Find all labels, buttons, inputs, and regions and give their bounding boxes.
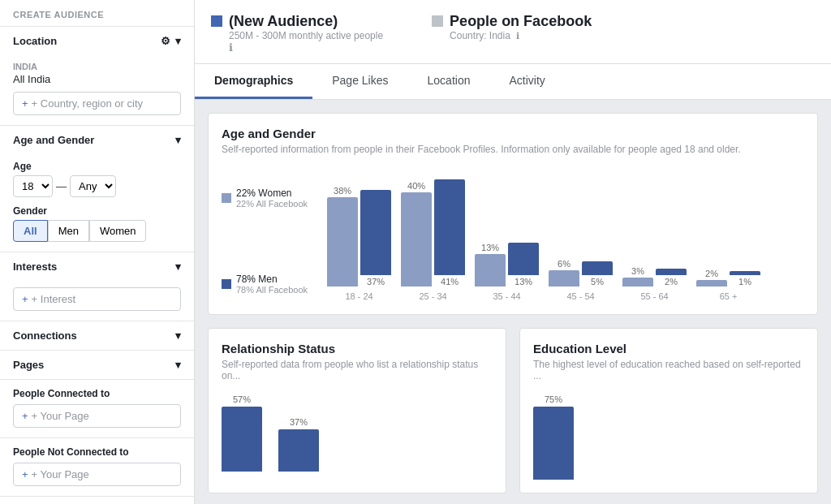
men-pct xyxy=(449,168,451,178)
bars-pair: 3% 2% xyxy=(622,257,687,286)
women-bar xyxy=(401,192,432,286)
bar-group: 2% 1% 65 + xyxy=(696,260,760,301)
info-icon: ℹ xyxy=(229,41,233,54)
people-connected-section: People Connected to ++ Your Page xyxy=(0,379,194,437)
age-to-select[interactable]: Any xyxy=(70,175,116,197)
interests-content: ++ Interest xyxy=(0,281,194,321)
rel-bar-2: 37% xyxy=(278,417,319,472)
connections-label: Connections xyxy=(13,330,77,342)
men-bar xyxy=(360,190,391,275)
bars-pair: 40% 41% xyxy=(401,168,465,286)
tabs-bar: Demographics Page Likes Location Activit… xyxy=(195,64,831,100)
interest-placeholder: + Interest xyxy=(32,293,76,305)
interest-input[interactable]: ++ Interest xyxy=(13,287,181,311)
legend-men: 78% Men 78% All Facebook xyxy=(222,274,308,295)
pages-label: Pages xyxy=(13,359,44,371)
interests-header[interactable]: Interests ▾ xyxy=(0,252,194,281)
people-connected-input[interactable]: ++ Your Page xyxy=(13,404,181,428)
education-level-title: Education Level xyxy=(533,342,804,355)
gender-field-label: Gender xyxy=(13,205,181,217)
gender-men-button[interactable]: Men xyxy=(48,220,89,242)
men-bar xyxy=(434,179,465,275)
sidebar-title: CREATE AUDIENCE xyxy=(0,0,194,26)
tab-demographics[interactable]: Demographics xyxy=(195,64,312,99)
location-icons: ⚙ ▾ xyxy=(161,35,181,47)
legend-women-text: 22% Women 22% All Facebook xyxy=(236,187,308,209)
settings-icon: ⚙ xyxy=(161,35,170,47)
education-level-card: Education Level The highest level of edu… xyxy=(519,328,818,493)
tab-activity[interactable]: Activity xyxy=(489,64,564,99)
age-dash: — xyxy=(56,180,67,192)
gender-all-button[interactable]: All xyxy=(13,220,48,242)
sidebar-section-interests: Interests ▾ ++ Interest xyxy=(0,252,194,321)
gender-women-button[interactable]: Women xyxy=(89,220,147,242)
bar-group: 13% 13% 35 - 44 xyxy=(475,231,539,301)
legend-women: 22% Women 22% All Facebook xyxy=(222,187,308,209)
blue-square-icon xyxy=(211,15,222,27)
connections-header[interactable]: Connections ▾ xyxy=(0,321,194,350)
men-bar xyxy=(508,243,539,275)
bar-group: 6% 5% 45 - 54 xyxy=(549,250,613,301)
pages-header[interactable]: Pages ▾ xyxy=(0,351,194,379)
legend-area: 22% Women 22% All Facebook 78% Men 78% A… xyxy=(222,187,308,301)
women-bar xyxy=(622,278,653,286)
chevron-down-icon: ▾ xyxy=(175,261,181,273)
men-pct-bot: 5% xyxy=(591,277,604,286)
bars-pair: 13% 13% xyxy=(475,231,539,286)
people-not-connected-input[interactable]: ++ Your Page xyxy=(13,463,181,486)
plus-icon: + xyxy=(22,97,28,110)
education-level-desc: The highest level of education reached b… xyxy=(533,359,804,381)
women-bar-wrap: 13% xyxy=(475,243,506,286)
men-bar-wrap: 41% xyxy=(434,168,465,286)
edu-bar-1: 75% xyxy=(533,394,574,480)
women-bar xyxy=(549,270,579,286)
men-bar-wrap: 1% xyxy=(730,260,760,286)
tab-location[interactable]: Location xyxy=(408,64,490,99)
people-connected-placeholder: + Your Page xyxy=(32,410,89,422)
location-input[interactable]: ++ Country, region or city xyxy=(13,92,181,115)
location-header[interactable]: Location ⚙ ▾ xyxy=(0,27,194,55)
sidebar-section-location: Location ⚙ ▾ INDIA All India ++ Country,… xyxy=(0,26,194,125)
info-icon: ℹ xyxy=(516,31,519,41)
people-fb-country: Country: India ℹ xyxy=(450,30,592,41)
women-pct: 2% xyxy=(705,269,718,278)
women-bar xyxy=(327,197,358,286)
age-gender-header[interactable]: Age and Gender ▾ xyxy=(0,126,194,154)
age-gender-chart-title: Age and Gender xyxy=(222,127,804,140)
women-bar-wrap: 2% xyxy=(696,269,727,286)
women-pct: 3% xyxy=(631,266,644,276)
education-bars: 75% xyxy=(533,394,804,480)
people-not-connected-label: People Not Connected to xyxy=(13,446,181,458)
people-fb-block: People on Facebook Country: India ℹ xyxy=(432,13,592,41)
people-fb-title: People on Facebook xyxy=(450,13,592,30)
bar-chart-area: 22% Women 22% All Facebook 78% Men 78% A… xyxy=(222,168,804,301)
age-row: 18 — Any xyxy=(13,175,181,197)
main-content: (New Audience) 250M - 300M monthly activ… xyxy=(195,0,831,504)
chevron-down-icon: ▾ xyxy=(175,359,181,371)
tab-page-likes[interactable]: Page Likes xyxy=(312,64,407,99)
age-from-select[interactable]: 18 xyxy=(13,175,53,197)
people-fb-text: People on Facebook Country: India ℹ xyxy=(450,13,592,41)
women-bar-wrap: 38% xyxy=(327,186,358,286)
men-color-swatch xyxy=(222,279,231,289)
content-area: Age and Gender Self-reported information… xyxy=(195,100,831,504)
relationship-status-title: Relationship Status xyxy=(222,342,493,355)
women-bar-wrap: 3% xyxy=(622,266,653,286)
india-label: INDIA xyxy=(13,62,181,71)
advanced-section[interactable]: Advanced › xyxy=(0,496,194,504)
people-not-connected-section: People Not Connected to ++ Your Page xyxy=(0,437,194,496)
men-pct xyxy=(375,179,377,188)
location-content: INDIA All India ++ Country, region or ci… xyxy=(0,55,194,125)
rel-pct-2: 37% xyxy=(290,417,308,427)
bar-group: 38% 37% 18 - 24 xyxy=(327,179,391,301)
age-gender-chart-card: Age and Gender Self-reported information… xyxy=(208,113,818,315)
age-field-label: Age xyxy=(13,161,181,172)
men-bar-wrap: 37% xyxy=(360,179,391,286)
men-bar-wrap: 13% xyxy=(508,231,539,286)
audience-header: (New Audience) 250M - 300M monthly activ… xyxy=(195,0,831,64)
edu-bar-block-1 xyxy=(533,407,574,480)
women-bar-wrap: 6% xyxy=(549,259,579,286)
women-bar-wrap: 40% xyxy=(401,181,432,286)
age-group-label: 25 - 34 xyxy=(419,291,446,301)
men-bar xyxy=(730,271,760,275)
